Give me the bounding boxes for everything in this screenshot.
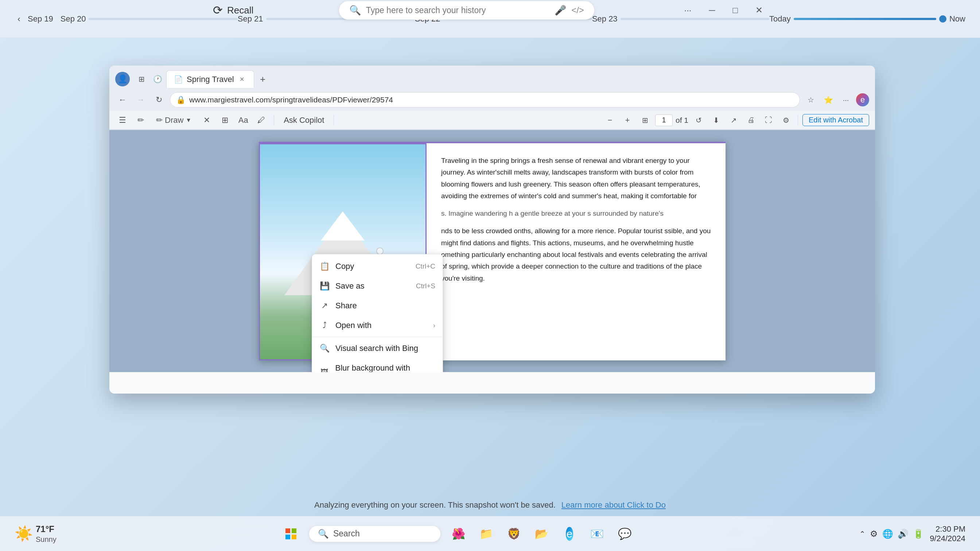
code-icon[interactable]: </> bbox=[571, 5, 584, 15]
microphone-icon[interactable]: 🎤 bbox=[555, 5, 566, 16]
taskbar-widgets-button[interactable]: 🌺 bbox=[449, 524, 468, 543]
timeline-date-sep19: Sep 19 bbox=[28, 14, 53, 24]
page-total: of 1 bbox=[676, 116, 688, 125]
context-menu-copy[interactable]: 📋 Copy Ctrl+C bbox=[312, 257, 442, 276]
minimize-button[interactable]: ─ bbox=[705, 2, 719, 18]
pdf-text-column: Traveling in the spring brings a fresh s… bbox=[426, 143, 725, 360]
browser-chrome: 👤 ⊞ 🕐 📄 Spring Travel ✕ + ← → ↻ 🔒 www.ma… bbox=[110, 65, 875, 130]
pdf-text-button[interactable]: Aa bbox=[236, 113, 250, 127]
window-controls: ··· ─ □ ✕ bbox=[679, 2, 767, 18]
teams-icon: 💬 bbox=[618, 527, 632, 540]
url-text: www.margiestravel.com/springtravelideas/… bbox=[189, 95, 393, 104]
pdf-paragraph-1: Traveling in the spring brings a fresh s… bbox=[441, 155, 711, 202]
presentation-button[interactable]: ⛶ bbox=[761, 113, 776, 127]
pdf-ink-button[interactable]: 🖊 bbox=[254, 113, 269, 127]
page-number-input[interactable] bbox=[655, 114, 673, 126]
settings-tray-icon[interactable]: ⚙ bbox=[870, 529, 878, 539]
taskbar-file-explorer-button[interactable]: 📁 bbox=[477, 524, 496, 543]
refresh-button[interactable]: ↻ bbox=[152, 92, 166, 107]
maximize-button[interactable]: □ bbox=[729, 2, 743, 18]
taskbar-edge-button[interactable]: e bbox=[560, 524, 579, 543]
taskbar: ☀️ 71°F Sunny 🔍 Search 🌺 📁 🦁 bbox=[0, 516, 980, 551]
zoom-out-button[interactable]: − bbox=[603, 113, 617, 127]
pdf-select-button[interactable]: ⊞ bbox=[218, 113, 232, 127]
context-menu-save-as[interactable]: 💾 Save as Ctrl+S bbox=[312, 276, 442, 296]
timeline-now-button[interactable]: Now bbox=[950, 14, 966, 24]
context-menu-visual-search[interactable]: 🔍 Visual search with Bing bbox=[312, 338, 442, 358]
weather-icon: ☀️ bbox=[14, 525, 33, 542]
taskbar-teams-button[interactable]: 💬 bbox=[616, 524, 635, 543]
visual-search-label: Visual search with Bing bbox=[336, 344, 418, 353]
save-icon: 💾 bbox=[320, 281, 329, 291]
edit-with-acrobat-button[interactable]: Edit with Acrobat bbox=[802, 114, 869, 126]
pdf-paragraph-3: nds to be less crowded onths, allowing f… bbox=[441, 225, 711, 284]
widgets-icon: 🌺 bbox=[452, 527, 465, 540]
timeline-back-button[interactable]: ‹ bbox=[14, 13, 23, 25]
taskbar-mail-button[interactable]: 📧 bbox=[588, 524, 607, 543]
context-menu-share[interactable]: ↗ Share bbox=[312, 296, 442, 316]
collections-button[interactable]: ⭐ bbox=[821, 92, 835, 107]
history-search-input[interactable] bbox=[366, 5, 549, 15]
pdf-share-button[interactable]: ↗ bbox=[726, 113, 741, 127]
weather-description: Sunny bbox=[36, 535, 57, 544]
favorites-button[interactable]: ☆ bbox=[803, 92, 818, 107]
draw-chevron-icon: ▼ bbox=[186, 117, 191, 124]
back-button[interactable]: ← bbox=[115, 92, 130, 107]
recall-search-bar[interactable]: 🔍 🎤 </> bbox=[339, 1, 594, 20]
recall-app-name: Recall bbox=[227, 5, 253, 16]
context-menu-blur-background[interactable]: 🖼 Blur background with Photos bbox=[312, 358, 442, 372]
browser-history-button[interactable]: 🕐 bbox=[150, 72, 165, 86]
recall-icon: ⟳ bbox=[213, 3, 223, 17]
lock-icon: 🔒 bbox=[176, 95, 186, 104]
copy-shortcut: Ctrl+C bbox=[415, 262, 435, 270]
pdf-toolbar: ☰ ✏ ✏ Draw ▼ ✕ ⊞ Aa 🖊 Ask Copilot − + ⊞ … bbox=[110, 111, 875, 130]
bing-search-icon: 🔍 bbox=[320, 344, 329, 353]
system-clock[interactable]: 2:30 PM 9/24/2024 bbox=[930, 524, 966, 543]
new-tab-button[interactable]: + bbox=[256, 72, 270, 86]
pdf-toc-button[interactable]: ☰ bbox=[115, 113, 130, 127]
battery-icon[interactable]: 🔋 bbox=[913, 529, 924, 539]
address-bar[interactable]: 🔒 www.margiestravel.com/springtravelidea… bbox=[170, 92, 800, 108]
date-display: 9/24/2024 bbox=[930, 534, 966, 543]
taskbar-brave-button[interactable]: 🦁 bbox=[504, 524, 523, 543]
tab-favicon: 📄 bbox=[174, 75, 183, 84]
learn-more-link[interactable]: Learn more about Click to Do bbox=[562, 500, 666, 510]
pdf-paragraph-2: s. Imagine wandering h a gentle breeze a… bbox=[441, 208, 711, 219]
browser-tab-bar: 👤 ⊞ 🕐 📄 Spring Travel ✕ + bbox=[110, 65, 875, 89]
pdf-erase-button[interactable]: ✕ bbox=[199, 113, 214, 127]
more-options-button[interactable]: ··· bbox=[679, 2, 695, 18]
timeline-nav[interactable]: ‹ Sep 19 bbox=[14, 13, 53, 25]
pdf-annotate-button[interactable]: ✏ bbox=[134, 113, 148, 127]
volume-icon[interactable]: 🔊 bbox=[897, 529, 908, 539]
network-icon[interactable]: 🌐 bbox=[882, 529, 893, 539]
browser-profile-icon[interactable]: 👤 bbox=[115, 72, 130, 86]
submenu-arrow-icon: › bbox=[433, 322, 435, 329]
taskbar-search-label: Search bbox=[333, 529, 360, 538]
pdf-page: 🌸 🌸 🧍 Traveling in the spring brings a f… bbox=[259, 142, 725, 360]
rotate-button[interactable]: ↺ bbox=[691, 113, 706, 127]
settings-button[interactable]: ⚙ bbox=[779, 113, 793, 127]
svg-rect-2 bbox=[285, 535, 290, 539]
context-menu-open-with[interactable]: ⤴ Open with › bbox=[312, 316, 442, 335]
download-button[interactable]: ⬇ bbox=[709, 113, 723, 127]
taskbar-search-bar[interactable]: 🔍 Search bbox=[309, 526, 441, 542]
close-button[interactable]: ✕ bbox=[751, 2, 767, 18]
browser-extensions-button[interactable]: ⊞ bbox=[134, 72, 149, 86]
start-button[interactable] bbox=[282, 524, 301, 543]
tab-close-button[interactable]: ✕ bbox=[238, 75, 247, 84]
browser-tab-spring-travel[interactable]: 📄 Spring Travel ✕ bbox=[166, 70, 254, 88]
page-controls: − + ⊞ of 1 ↺ ⬇ ↗ 🖨 ⛶ ⚙ Edit with Acrobat bbox=[603, 113, 869, 127]
more-tools-button[interactable]: ··· bbox=[838, 92, 853, 107]
zoom-in-button[interactable]: + bbox=[620, 113, 635, 127]
forward-button[interactable]: → bbox=[134, 92, 148, 107]
weather-info: 71°F Sunny bbox=[36, 523, 57, 544]
edge-taskbar-icon: e bbox=[566, 527, 573, 541]
svg-rect-0 bbox=[285, 529, 290, 533]
fit-page-button[interactable]: ⊞ bbox=[638, 113, 652, 127]
print-button[interactable]: 🖨 bbox=[744, 113, 758, 127]
ask-copilot-button[interactable]: Ask Copilot bbox=[279, 114, 328, 127]
copy-icon: 📋 bbox=[320, 262, 329, 271]
tray-chevron-icon[interactable]: ⌃ bbox=[859, 529, 865, 538]
taskbar-folder-button[interactable]: 📂 bbox=[532, 524, 551, 543]
pdf-draw-button[interactable]: ✏ Draw ▼ bbox=[152, 113, 196, 127]
